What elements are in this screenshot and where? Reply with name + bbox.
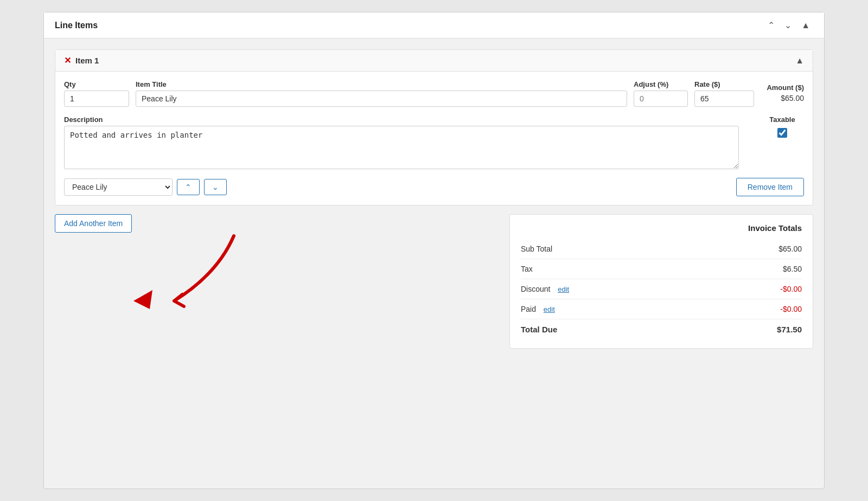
adjust-group: Adjust (%) <box>634 80 688 107</box>
rate-group: Rate ($) <box>694 80 754 107</box>
item-title-label: Item Title <box>136 80 627 88</box>
discount-value: -$0.00 <box>780 285 802 293</box>
remove-x-icon[interactable]: ✕ <box>64 55 71 66</box>
section-collapse-btn[interactable]: ▲ <box>798 20 813 31</box>
qty-input[interactable] <box>64 91 129 107</box>
totals-row-discount: Discount edit -$0.00 <box>521 279 802 299</box>
item-bottom-left: Peace Lily Option 2 Option 3 ⌃ ⌄ <box>64 178 227 196</box>
rate-input[interactable] <box>694 91 754 107</box>
amount-group: Amount ($) $65.00 <box>761 84 804 107</box>
adjust-input[interactable] <box>634 91 688 107</box>
move-down-btn[interactable]: ⌄ <box>204 179 227 195</box>
item-collapse-btn[interactable]: ▲ <box>795 56 804 66</box>
adjust-label: Adjust (%) <box>634 80 688 88</box>
qty-group: Qty <box>64 80 129 107</box>
item-title-input[interactable] <box>136 91 627 107</box>
taxable-group: Taxable <box>761 115 804 138</box>
collapse-up-btn[interactable]: ⌃ <box>764 19 778 31</box>
totals-row-total: Total Due $71.50 <box>521 319 802 339</box>
totals-row-subtotal: Sub Total $65.00 <box>521 239 802 259</box>
svg-marker-0 <box>133 290 152 309</box>
amount-label: Amount ($) <box>761 84 804 92</box>
desc-row: Description Potted and arrives in plante… <box>64 115 804 169</box>
item-card-header: ✕ Item 1 ▲ <box>55 50 813 72</box>
discount-label: Discount edit <box>521 285 569 293</box>
subtotal-label: Sub Total <box>521 245 552 253</box>
content-area: ✕ Item 1 ▲ Qty Item Title <box>44 38 824 359</box>
total-due-label: Total Due <box>521 325 557 334</box>
desc-textarea[interactable]: Potted and arrives in planter <box>64 126 739 169</box>
desc-group: Description Potted and arrives in plante… <box>64 115 739 169</box>
item-card-1: ✕ Item 1 ▲ Qty Item Title <box>55 49 813 205</box>
qty-label: Qty <box>64 80 129 88</box>
item-label: Item 1 <box>75 56 99 65</box>
taxable-label: Taxable <box>769 115 795 124</box>
desc-label: Description <box>64 115 739 124</box>
discount-edit-link[interactable]: edit <box>558 285 569 293</box>
item-card-title-row: ✕ Item 1 <box>64 55 99 66</box>
main-container: Line Items ⌃ ⌄ ▲ ✕ Item 1 ▲ Qty <box>43 12 825 489</box>
lower-section: Add Another Item Invoice Totals Sub Tot <box>55 214 813 349</box>
arrow-annotation <box>120 230 239 319</box>
paid-value: -$0.00 <box>780 305 802 313</box>
item-dropdown[interactable]: Peace Lily Option 2 Option 3 <box>64 178 173 196</box>
invoice-totals-title: Invoice Totals <box>521 223 802 233</box>
totals-row-tax: Tax $6.50 <box>521 259 802 279</box>
move-up-btn[interactable]: ⌃ <box>177 179 200 195</box>
item-bottom-row: Peace Lily Option 2 Option 3 ⌃ ⌄ Remove … <box>64 178 804 196</box>
paid-label: Paid edit <box>521 305 555 313</box>
amount-display: $65.00 <box>761 94 804 107</box>
header-controls: ⌃ ⌄ ▲ <box>764 19 813 31</box>
item-fields-row: Qty Item Title Adjust (%) Rate ($) <box>64 80 804 107</box>
section-title: Line Items <box>55 21 98 30</box>
totals-row-paid: Paid edit -$0.00 <box>521 299 802 319</box>
section-header: Line Items ⌃ ⌄ ▲ <box>44 12 824 38</box>
remove-item-btn[interactable]: Remove Item <box>736 178 804 196</box>
add-another-item-btn[interactable]: Add Another Item <box>55 214 132 233</box>
taxable-checkbox[interactable] <box>777 128 787 138</box>
tax-value: $6.50 <box>783 265 802 273</box>
collapse-down-btn[interactable]: ⌄ <box>781 19 795 31</box>
lower-left: Add Another Item <box>55 214 499 233</box>
tax-label: Tax <box>521 265 533 273</box>
subtotal-value: $65.00 <box>778 245 802 253</box>
total-due-value: $71.50 <box>777 325 802 334</box>
item-body: Qty Item Title Adjust (%) Rate ($) <box>55 72 813 205</box>
invoice-totals: Invoice Totals Sub Total $65.00 Tax $6.5… <box>509 214 813 349</box>
item-title-group: Item Title <box>136 80 627 107</box>
paid-edit-link[interactable]: edit <box>544 305 555 313</box>
rate-label: Rate ($) <box>694 80 754 88</box>
